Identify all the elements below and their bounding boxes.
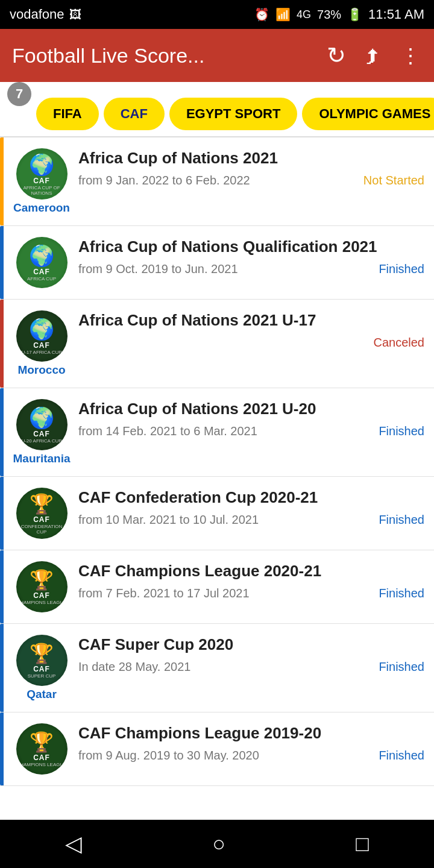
competition-logo-col: 🏆 CAF CONFEDERATION CUP [14,488,69,539]
competition-dates: from 7 Feb. 2021 to 17 Jul 2021 [78,587,250,600]
competition-status: Canceled [373,336,424,350]
list-item[interactable]: 🌍 CAF U-17 AFRICA CUP Morocco Africa Cup… [0,300,434,388]
competition-dates: from 10 Mar. 2021 to 10 Jul. 2021 [78,513,259,527]
tab-olympic-games[interactable]: OLYMPIC GAMES [302,98,434,130]
app-bar: Football Live Score... ↻ ⮭ ⋮ [0,29,434,82]
competition-info: CAF Champions League 2020-21 from 7 Feb.… [78,561,424,600]
wifi-icon: 📶 [275,7,291,22]
status-bar: vodafone 🖼 ⏰ 📶 4G 73% 🔋 11:51 AM [0,0,434,29]
tab-egypt-sport[interactable]: EGYPT SPORT [169,98,297,130]
notification-icon: 🖼 [69,8,81,22]
alarm-icon: ⏰ [254,7,269,22]
signal-icon: 4G [297,8,311,21]
home-button[interactable]: ○ [188,825,250,834]
competition-name: Africa Cup of Nations Qualification 2021 [78,237,424,257]
competition-dates: from 9 Jan. 2022 to 6 Feb. 2022 [78,174,250,187]
info-row: from 9 Aug. 2019 to 30 May. 2020 Finishe… [78,749,424,763]
competition-name: CAF Super Cup 2020 [78,635,424,655]
competition-logo: 🌍 CAF AFRICA CUP OF NATIONS [16,148,68,200]
competition-status: Finished [379,513,424,527]
info-row: In date 28 May. 2021 Finished [78,660,424,674]
competition-status: Finished [379,262,424,276]
list-item[interactable]: 🏆 CAF SUPER CUP Qatar CAF Super Cup 2020… [0,624,434,712]
competition-logo-col: 🌍 CAF U-20 AFRICA CUP Mauritania [14,399,69,465]
logo-icon: 🏆 [30,642,54,665]
stripe-indicator [0,624,4,712]
info-row: from 9 Oct. 2019 to Jun. 2021 Finished [78,262,424,276]
competition-dates: from 9 Aug. 2019 to 30 May. 2020 [78,749,259,763]
category-tabs: FIFA CAF EGYPT SPORT OLYMPIC GAMES [0,92,434,137]
info-row: from 9 Jan. 2022 to 6 Feb. 2022 Not Star… [78,174,424,187]
competition-logo: 🏆 CAF CHAMPIONS LEAGUE [16,723,68,775]
info-row: from 14 Feb. 2021 to 6 Mar. 2021 Finishe… [78,424,424,438]
competition-name: CAF Champions League 2020-21 [78,561,424,582]
competition-name: CAF Champions League 2019-20 [78,723,424,744]
list-item[interactable]: 🌍 CAF AFRICA CUP Africa Cup of Nations Q… [0,226,434,300]
carrier-label: vodafone [10,7,64,22]
info-row: from 10 Mar. 2021 to 10 Jul. 2021 Finish… [78,513,424,527]
competition-logo: 🏆 CAF SUPER CUP [16,635,68,686]
bottom-nav: ◁ ○ □ [0,820,434,834]
app-title: Football Live Score... [12,44,317,68]
host-label: Qatar [27,688,57,701]
logo-icon: 🏆 [30,568,54,591]
logo-icon: 🏆 [30,492,54,515]
back-button[interactable]: ◁ [41,825,106,834]
competition-name: Africa Cup of Nations 2021 U-17 [78,310,424,331]
competition-info: CAF Confederation Cup 2020-21 from 10 Ma… [78,488,424,527]
logo-icon: 🌍 [29,317,54,341]
competition-dates: from 9 Oct. 2019 to Jun. 2021 [78,262,238,276]
tab-caf[interactable]: CAF [104,98,165,130]
competition-list: 🌍 CAF AFRICA CUP OF NATIONS Cameroon Afr… [0,137,434,834]
competition-status: Finished [379,749,424,763]
competition-logo-col: 🏆 CAF CHAMPIONS LEAGUE [14,723,69,775]
competition-logo: 🌍 CAF U-20 AFRICA CUP [16,399,68,450]
refresh-button[interactable]: ↻ [327,42,346,69]
competition-info: Africa Cup of Nations Qualification 2021… [78,237,424,276]
info-row: Canceled [78,336,424,350]
stripe-indicator [0,550,4,623]
competition-name: Africa Cup of Nations 2021 U-20 [78,399,424,420]
competition-logo: 🌍 CAF AFRICA CUP [16,237,68,288]
logo-icon: 🏆 [30,731,54,753]
tabs-container: 7 FIFA CAF EGYPT SPORT OLYMPIC GAMES [0,82,434,137]
competition-logo: 🏆 CAF CHAMPIONS LEAGUE [16,561,68,612]
status-icons: ⏰ 📶 4G 73% 🔋 11:51 AM [254,7,424,22]
logo-icon: 🌍 [29,153,54,177]
recent-button[interactable]: □ [332,825,393,834]
competition-info: CAF Champions League 2019-20 from 9 Aug.… [78,723,424,763]
list-item[interactable]: 🌍 CAF AFRICA CUP OF NATIONS Cameroon Afr… [0,137,434,226]
competition-status: Finished [379,587,424,600]
stripe-indicator [0,388,4,476]
competition-info: CAF Super Cup 2020 In date 28 May. 2021 … [78,635,424,674]
stripe-indicator [0,477,4,550]
list-item[interactable]: 🏆 CAF CONFEDERATION CUP CAF Confederatio… [0,477,434,550]
time-label: 11:51 AM [368,7,424,22]
competition-logo-col: 🌍 CAF U-17 AFRICA CUP Morocco [14,310,69,377]
stripe-indicator [0,137,4,225]
competition-dates: In date 28 May. 2021 [78,660,190,674]
list-item[interactable]: 🌍 CAF U-20 AFRICA CUP Mauritania Africa … [0,388,434,477]
competition-logo-col: 🏆 CAF CHAMPIONS LEAGUE [14,561,69,612]
competition-logo: 🏆 CAF CONFEDERATION CUP [16,488,68,539]
logo-icon: 🌍 [29,406,54,430]
status-carrier: vodafone 🖼 [10,7,81,22]
competition-name: Africa Cup of Nations 2021 [78,148,424,169]
tab-fifa[interactable]: FIFA [36,98,99,130]
more-menu-button[interactable]: ⋮ [400,43,422,68]
list-item[interactable]: 🏆 CAF CHAMPIONS LEAGUE CAF Champions Lea… [0,550,434,624]
battery-pct: 73% [317,8,341,22]
stripe-indicator [0,226,4,299]
competition-status: Finished [379,660,424,674]
logo-icon: 🌍 [29,244,54,268]
share-button[interactable]: ⮭ [363,44,383,68]
notification-badge: 7 [7,82,31,106]
competition-logo-col: 🏆 CAF SUPER CUP Qatar [14,635,69,701]
info-row: from 7 Feb. 2021 to 17 Jul 2021 Finished [78,587,424,600]
battery-icon: 🔋 [347,7,362,22]
list-item[interactable]: 🏆 CAF CHAMPIONS LEAGUE CAF Champions Lea… [0,712,434,786]
competition-status: Finished [379,424,424,438]
competition-logo-col: 🌍 CAF AFRICA CUP [14,237,69,288]
competition-logo: 🌍 CAF U-17 AFRICA CUP [16,310,68,362]
host-label: Cameroon [13,201,70,215]
